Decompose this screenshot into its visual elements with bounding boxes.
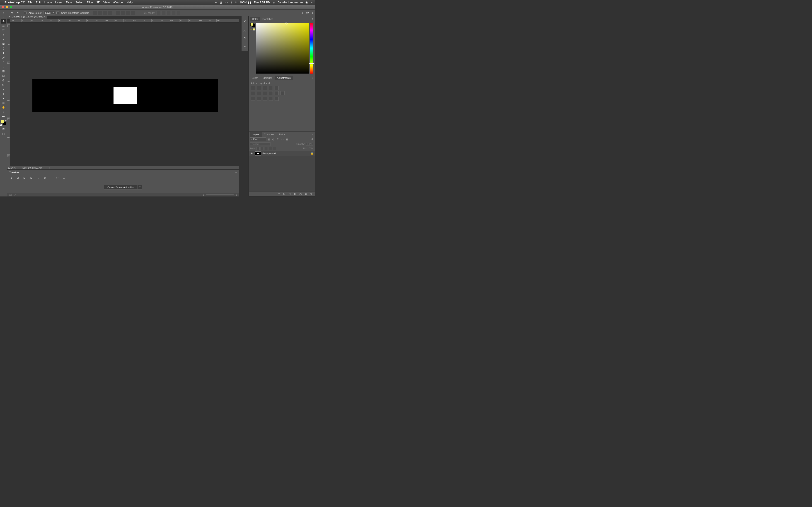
- character-panel-icon[interactable]: A|: [242, 28, 248, 34]
- menubar-clock[interactable]: Tue 7:51 PM: [254, 1, 270, 4]
- adjustments-tab[interactable]: Adjustments: [274, 75, 293, 80]
- adj-threshold-button[interactable]: [263, 97, 267, 101]
- layer-thumbnail[interactable]: [255, 152, 261, 156]
- hue-slider[interactable]: [310, 23, 313, 73]
- history-panel-icon[interactable]: ⟲: [242, 18, 248, 24]
- 3d-panel-icon[interactable]: ⬡: [242, 44, 248, 50]
- window-minimize-button[interactable]: [6, 6, 8, 8]
- adjustments-panel-menu-icon[interactable]: ≡: [311, 76, 313, 79]
- document-tab[interactable]: × Untitled-1 @ 12.4% (RGB/8) *: [7, 14, 47, 18]
- menubar-user[interactable]: Janelle Langerman: [278, 1, 303, 4]
- lasso-tool[interactable]: ➰: [1, 28, 6, 33]
- menu-filter[interactable]: Filter: [87, 1, 93, 4]
- layers-mask-button[interactable]: ◻: [288, 192, 291, 195]
- wifi-icon[interactable]: ⌔: [235, 1, 237, 4]
- marquee-tool[interactable]: ▭: [1, 23, 6, 28]
- swatches-tab[interactable]: Swatches: [260, 17, 275, 21]
- channels-tab[interactable]: Channels: [262, 132, 276, 137]
- doc-info-chevron-icon[interactable]: 〉: [49, 166, 51, 170]
- filter-shape-icon[interactable]: ▭: [281, 137, 284, 141]
- align-right-button[interactable]: [103, 11, 107, 15]
- align-top-button[interactable]: [116, 11, 120, 15]
- layers-delete-button[interactable]: 🗑: [310, 192, 313, 195]
- timeline-loop-button[interactable]: ⚙: [43, 176, 46, 179]
- move-tool[interactable]: ✥: [1, 19, 6, 23]
- eraser-tool[interactable]: ◫: [1, 69, 6, 73]
- path-select-tool[interactable]: ▲: [1, 96, 6, 101]
- history-brush-tool[interactable]: ↺: [1, 64, 6, 69]
- battery-status[interactable]: 100% ▮▮: [240, 1, 251, 4]
- timeline-tab[interactable]: Timeline: [9, 171, 19, 174]
- horizontal-ruler[interactable]: 0510152025303540455055606570758085909510…: [10, 19, 239, 23]
- menu-image[interactable]: Image: [44, 1, 52, 4]
- auto-select-target-dropdown[interactable]: Layer: [44, 11, 55, 15]
- timeline-zoom-in-icon[interactable]: ▲: [236, 194, 238, 196]
- color-panel-swatch[interactable]: [250, 23, 255, 27]
- color-panel-menu-icon[interactable]: ≡: [311, 17, 313, 20]
- dodge-tool[interactable]: ◐: [1, 82, 6, 87]
- healing-brush-tool[interactable]: ✚: [1, 51, 6, 55]
- layers-new-button[interactable]: ▣: [304, 192, 307, 195]
- share-icon[interactable]: ⇪: [311, 11, 313, 14]
- bluetooth-icon[interactable]: ᚼ: [231, 1, 232, 4]
- timeline-transition-button[interactable]: ▱: [62, 176, 66, 179]
- adj-hue-button[interactable]: [251, 91, 255, 95]
- paths-tab[interactable]: Paths: [277, 132, 288, 137]
- blend-mode-dropdown[interactable]: Normal: [250, 143, 270, 146]
- window-maximize-button[interactable]: [10, 6, 12, 8]
- menu-layer[interactable]: Layer: [55, 1, 63, 4]
- quick-mask-button[interactable]: ▣: [1, 126, 6, 130]
- lock-artboard-button[interactable]: [269, 147, 272, 150]
- lock-position-button[interactable]: [265, 147, 268, 150]
- vertical-ruler[interactable]: 010203040506070: [7, 23, 10, 166]
- menu-window[interactable]: Window: [113, 1, 123, 4]
- zoom-level[interactable]: 12.36%: [8, 167, 16, 169]
- lock-image-button[interactable]: [261, 147, 264, 150]
- paragraph-panel-icon[interactable]: ¶: [242, 35, 248, 40]
- arrange-documents-icon[interactable]: ▭▾: [305, 11, 309, 14]
- align-hcenter-button[interactable]: [98, 11, 102, 15]
- timeline-zoom-slider[interactable]: [206, 194, 234, 195]
- fill-value[interactable]: 100%: [307, 147, 313, 150]
- screen-mode-button[interactable]: ▢: [1, 132, 6, 136]
- gradient-tool[interactable]: ▤: [1, 73, 6, 78]
- swap-colors-icon[interactable]: ⇄: [5, 119, 7, 121]
- color-spectrum-cursor[interactable]: [285, 22, 288, 24]
- siri-icon[interactable]: ◉: [305, 1, 308, 4]
- adj-colorlookup-button[interactable]: [281, 91, 285, 95]
- menu-edit[interactable]: Edit: [36, 1, 41, 4]
- menu-help[interactable]: Help: [126, 1, 133, 4]
- timeline-prev-frame-button[interactable]: ◀|: [16, 176, 19, 179]
- timeline-zoom-out-icon[interactable]: ▲: [203, 194, 205, 196]
- align-left-button[interactable]: [93, 11, 97, 15]
- layer-visibility-icon[interactable]: 👁: [250, 152, 253, 155]
- lock-transparent-button[interactable]: [256, 147, 260, 150]
- layers-tab[interactable]: Layers: [250, 132, 262, 137]
- timeline-panel-menu-icon[interactable]: ≡: [235, 171, 237, 174]
- adj-bw-button[interactable]: [263, 91, 267, 95]
- filter-toggle[interactable]: [311, 138, 313, 140]
- adj-curves-button[interactable]: [263, 86, 267, 90]
- timeline-convert-button[interactable]: ↗: [14, 194, 16, 196]
- learn-tab[interactable]: Learn: [250, 75, 261, 80]
- layers-group-button[interactable]: 🗀: [299, 192, 302, 195]
- search-icon[interactable]: ⌕: [302, 11, 303, 14]
- filter-pixel-icon[interactable]: ▦: [267, 137, 270, 141]
- hue-slider-marker[interactable]: [309, 63, 314, 64]
- adj-selectivecolor-button[interactable]: [274, 97, 279, 101]
- timeline-next-frame-button[interactable]: |▶: [30, 176, 33, 179]
- doc-info[interactable]: Doc: 146.8M/23.4M: [22, 167, 42, 169]
- filter-type-icon[interactable]: T: [276, 137, 280, 141]
- timeline-first-frame-button[interactable]: |◀: [9, 176, 12, 179]
- more-align-button[interactable]: •••: [136, 11, 141, 14]
- layers-adjustment-button[interactable]: ◐: [293, 192, 297, 195]
- show-transform-checkbox[interactable]: [56, 11, 59, 14]
- filter-smart-icon[interactable]: ▣: [285, 137, 289, 141]
- cc-icon[interactable]: ◎: [220, 1, 222, 4]
- blur-tool[interactable]: ◔: [1, 78, 6, 82]
- menu-view[interactable]: View: [103, 1, 110, 4]
- home-icon[interactable]: ⌂: [1, 11, 6, 15]
- frame-tool[interactable]: ▣: [1, 42, 6, 46]
- lock-all-button[interactable]: [273, 147, 276, 150]
- color-well[interactable]: ⇄: [1, 120, 6, 125]
